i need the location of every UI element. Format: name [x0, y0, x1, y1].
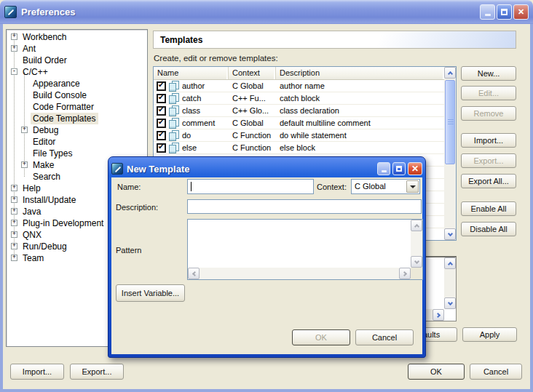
template-icon: [169, 81, 179, 91]
expand-icon[interactable]: +: [11, 196, 17, 203]
template-row-class[interactable]: classC++ Glo...class declaration: [154, 105, 444, 117]
sidebar-item-code-templates[interactable]: Code Templates: [7, 113, 147, 124]
scroll-up-icon[interactable]: [411, 220, 422, 231]
scroll-down-icon[interactable]: [444, 228, 456, 240]
sidebar-item-label: Code Formatter: [31, 101, 96, 113]
export-all-button[interactable]: Export All...: [461, 174, 516, 188]
cancel-button[interactable]: Cancel: [470, 364, 522, 380]
sidebar-item-label: C/C++: [20, 66, 50, 78]
expand-icon[interactable]: +: [11, 185, 17, 191]
template-row-comment[interactable]: commentC Globaldefault multiline comment: [154, 117, 444, 129]
table-vertical-scrollbar[interactable]: [444, 67, 456, 240]
instruction-label: Create, edit or remove templates:: [154, 54, 278, 63]
column-header-name[interactable]: Name: [154, 67, 229, 79]
scrollbar-thumb[interactable]: [445, 80, 455, 164]
checkbox-checked[interactable]: [157, 119, 166, 128]
dialog-minimize-icon[interactable]: [377, 162, 390, 175]
sidebar-item-appearance[interactable]: Appearance: [7, 78, 147, 89]
export-button[interactable]: Export...: [461, 153, 516, 168]
sidebar-item-debug[interactable]: +Debug: [7, 124, 147, 136]
dialog-ok-button[interactable]: OK: [292, 329, 350, 345]
enable-all-button[interactable]: Enable All: [461, 201, 516, 216]
apply-button[interactable]: Apply: [462, 327, 517, 342]
template-name: catch: [182, 94, 201, 103]
pattern-vertical-scrollbar[interactable]: [411, 220, 422, 268]
import-button[interactable]: Import...: [10, 364, 64, 380]
column-header-context[interactable]: Context: [229, 67, 276, 79]
close-icon[interactable]: ✕: [513, 4, 529, 20]
window-border-bottom: [0, 389, 533, 392]
expand-icon[interactable]: +: [11, 231, 17, 238]
name-input[interactable]: [187, 179, 314, 194]
template-name: comment: [182, 119, 215, 127]
sidebar-item-label: QNX: [20, 229, 44, 241]
description-input[interactable]: [187, 199, 422, 214]
preview-vertical-scrollbar[interactable]: [444, 257, 456, 309]
context-label: Context:: [317, 183, 347, 191]
insert-variable-button[interactable]: Insert Variable...: [116, 284, 185, 302]
template-description: class declaration: [276, 106, 444, 115]
expand-icon[interactable]: +: [11, 208, 17, 215]
sidebar-item-build-console[interactable]: Build Console: [7, 89, 147, 101]
expand-icon[interactable]: +: [11, 255, 17, 261]
checkbox-checked[interactable]: [157, 106, 166, 116]
expand-icon[interactable]: +: [11, 243, 17, 249]
sidebar-item-label: Search: [31, 171, 63, 183]
column-header-description[interactable]: Description: [276, 67, 444, 79]
remove-button[interactable]: Remove: [461, 106, 516, 121]
dialog-close-icon[interactable]: ✕: [408, 162, 422, 175]
chevron-down-icon[interactable]: [406, 180, 419, 193]
scroll-left-icon[interactable]: [188, 268, 200, 279]
sidebar-item-label: Team: [20, 252, 46, 264]
sidebar-item-label: Java: [20, 206, 43, 217]
checkbox-checked[interactable]: [157, 143, 166, 153]
collapse-icon[interactable]: -: [11, 68, 17, 75]
scroll-down-icon[interactable]: [411, 256, 422, 268]
checkbox-checked[interactable]: [157, 81, 166, 91]
template-row-author[interactable]: authorC Globalauthor name: [154, 80, 444, 92]
sidebar-item-c-c[interactable]: -C/C++: [7, 66, 147, 78]
pattern-label: Pattern: [116, 246, 141, 255]
sidebar-item-label: Debug: [31, 124, 60, 136]
template-icon: [169, 143, 179, 153]
dialog-maximize-icon[interactable]: [392, 162, 406, 175]
sidebar-item-code-formatter[interactable]: Code Formatter: [7, 101, 147, 113]
sidebar-item-label: Editor: [31, 136, 58, 148]
template-row-do[interactable]: doC Functiondo while statement: [154, 129, 444, 142]
minimize-icon[interactable]: [480, 4, 495, 20]
scroll-down-icon[interactable]: [444, 297, 456, 309]
template-context: C Global: [229, 81, 276, 90]
expand-icon[interactable]: +: [11, 220, 17, 226]
pattern-textarea[interactable]: [187, 219, 423, 280]
template-row-catch[interactable]: catchC++ Fu...catch block: [154, 92, 444, 105]
sidebar-item-editor[interactable]: Editor: [7, 136, 147, 148]
scroll-up-icon[interactable]: [444, 257, 456, 269]
ok-button[interactable]: OK: [408, 364, 465, 380]
template-name: author: [182, 81, 205, 90]
context-dropdown[interactable]: C Global: [351, 179, 420, 194]
template-name: else: [182, 143, 197, 152]
export-button[interactable]: Export...: [70, 364, 124, 380]
edit-button[interactable]: Edit...: [461, 86, 516, 100]
checkbox-checked[interactable]: [157, 94, 166, 103]
template-name: do: [182, 131, 191, 140]
template-context: C Function: [229, 143, 276, 152]
disable-all-button[interactable]: Disable All: [461, 222, 516, 236]
sidebar-item-workbench[interactable]: +Workbench: [7, 31, 147, 43]
import-button[interactable]: Import...: [461, 133, 516, 148]
expand-icon[interactable]: +: [11, 45, 17, 52]
sidebar-item-build-order[interactable]: Build Order: [7, 55, 147, 66]
template-row-else[interactable]: elseC Functionelse block: [154, 142, 444, 154]
expand-icon[interactable]: +: [21, 161, 28, 168]
scroll-right-icon[interactable]: [399, 268, 411, 279]
scroll-up-icon[interactable]: [444, 67, 456, 79]
expand-icon[interactable]: +: [11, 33, 17, 40]
checkbox-checked[interactable]: [157, 131, 166, 140]
scroll-right-icon[interactable]: [433, 309, 444, 321]
expand-icon[interactable]: +: [21, 127, 28, 133]
maximize-icon[interactable]: [497, 4, 512, 20]
pattern-horizontal-scrollbar[interactable]: [188, 268, 411, 279]
dialog-cancel-button[interactable]: Cancel: [355, 329, 414, 345]
sidebar-item-ant[interactable]: +Ant: [7, 43, 147, 55]
new-button[interactable]: New...: [461, 66, 516, 81]
